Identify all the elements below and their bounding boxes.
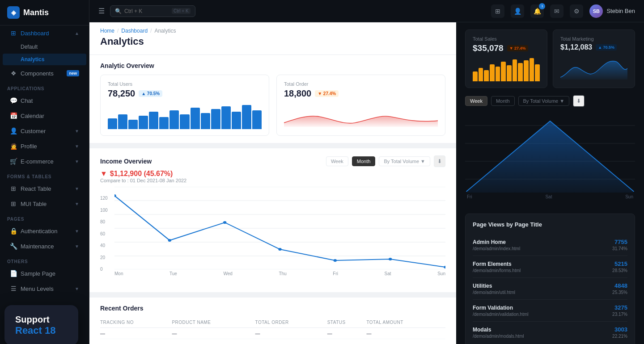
svg-point-13 — [444, 266, 445, 268]
svg-point-12 — [389, 258, 392, 260]
sidebar-item-react-table[interactable]: ⊞ React Table ▼ — [3, 181, 86, 196]
y-axis: 120 100 80 60 40 20 0 — [100, 196, 113, 272]
volume-selector[interactable]: By Total Volume ▼ — [379, 156, 430, 166]
pv-item-3: Utilities 4848 /demo/admin/util.html 25.… — [473, 278, 627, 300]
sidebar-label-maintenance: Maintenance — [21, 243, 54, 250]
pv-count-5: 3003 — [614, 326, 627, 333]
line-chart-svg — [114, 187, 445, 269]
bar — [149, 112, 158, 129]
sidebar-item-authentication[interactable]: 🔒 Authentication ▼ — [3, 224, 86, 238]
user-avatar-pill[interactable]: SB Stebin Ben — [589, 4, 635, 18]
pv-pct-2: 28.53% — [612, 268, 627, 273]
bar — [108, 118, 117, 129]
notification-badge: 1 — [539, 3, 545, 9]
sidebar-item-sample[interactable]: 📄 Sample Page — [3, 266, 86, 281]
breadcrumb-home[interactable]: Home — [100, 28, 114, 34]
pv-url-5: /demo/admin/modals.html — [473, 334, 524, 339]
breadcrumb-dashboard[interactable]: Dashboard — [121, 28, 148, 34]
line-chart-wrapper: 120 100 80 60 40 20 0 — [100, 187, 445, 285]
sidebar-item-ecommerce[interactable]: 🛒 E-commerce ▼ — [3, 154, 86, 168]
chevron-icon: ▼ — [75, 186, 79, 191]
bar — [139, 116, 148, 129]
sidebar-item-components[interactable]: ❖ Components new — [3, 66, 86, 80]
stat-label-orders: Total Order — [284, 81, 438, 87]
sidebar-item-customer[interactable]: 👤 Customer ▼ — [3, 124, 86, 138]
settings-icon-btn[interactable]: ⚙ — [570, 4, 583, 18]
sidebar-label-sample: Sample Page — [21, 270, 55, 277]
sidebar-item-menu-levels[interactable]: ☰ Menu Levels ▼ — [3, 281, 86, 296]
bar — [118, 114, 127, 129]
sidebar-item-mui-table[interactable]: ⊞ MUI Table ▼ — [3, 197, 86, 211]
pv-title: Page Views by Page Title — [473, 221, 627, 228]
breadcrumb-sep2: / — [150, 28, 152, 34]
sidebar-item-analytics[interactable]: Analytics — [3, 54, 86, 65]
stat-badge-orders: ▼ 27.4% — [315, 90, 339, 97]
support-toast[interactable]: Support React 18 — [4, 305, 78, 344]
tab-week[interactable]: Week — [326, 156, 348, 166]
col-amount: TOTAL AMOUNT — [366, 317, 445, 328]
chevron-icon: ▼ — [75, 129, 79, 134]
search-input[interactable] — [124, 8, 169, 14]
sidebar-label-auth: Authentication — [21, 228, 57, 235]
hamburger-icon[interactable]: ☰ — [98, 7, 105, 15]
search-icon: 🔍 — [115, 8, 122, 14]
user-name: Stebin Ben — [606, 8, 635, 14]
orders-title: Recent Orders — [100, 305, 445, 312]
download-button[interactable]: ⬇ — [434, 155, 445, 167]
bar — [535, 64, 540, 82]
income-value: $1,12,900 (45.67%) — [110, 170, 173, 178]
sidebar-item-chat[interactable]: 💬 Chat — [3, 93, 86, 108]
svg-point-8 — [168, 239, 171, 242]
bar — [513, 59, 517, 82]
dark-tab-month[interactable]: Month — [491, 96, 515, 106]
sidebar-item-calendar[interactable]: 📅 Calendar — [3, 109, 86, 123]
header-left: ☰ 🔍 Ctrl + K — [98, 5, 195, 17]
user-icon-btn[interactable]: 👤 — [511, 4, 524, 18]
chevron-icon: ▼ — [75, 201, 79, 206]
dark-volume-selector[interactable]: By Total Volume ▼ — [518, 96, 570, 106]
svg-point-9 — [223, 221, 226, 224]
mail-icon-btn[interactable]: ✉ — [550, 4, 564, 18]
chart-plot-area — [114, 187, 445, 269]
chevron-icon: ▼ — [75, 286, 79, 291]
income-arrow: ▼ — [100, 170, 107, 178]
svg-point-10 — [278, 248, 281, 251]
content-area: Home / Dashboard / Analytics Analytics A… — [89, 22, 644, 344]
sidebar-item-default[interactable]: Default — [3, 41, 86, 53]
dark-download-button[interactable]: ⬇ — [573, 95, 585, 107]
bar — [490, 64, 495, 82]
bar — [473, 71, 478, 81]
sidebar-item-maintenance[interactable]: 🔧 Maintenance ▼ — [3, 239, 86, 253]
pv-url-2: /demo/admin/forms.html — [473, 268, 521, 273]
col-total-order: TOTAL ORDER — [255, 317, 327, 328]
area-chart-orders — [284, 102, 438, 127]
income-title: Income Overview — [100, 158, 152, 165]
menu-levels-icon: ☰ — [10, 285, 17, 292]
sidebar-item-dashboard[interactable]: ⊞ Dashboard ▲ — [3, 26, 86, 40]
bar — [159, 117, 169, 129]
pv-count-2: 5215 — [614, 260, 627, 267]
stat-card-orders: Total Order 18,800 ▼ 27.4% — [276, 75, 445, 136]
bar — [530, 58, 534, 81]
notification-icon-btn[interactable]: 🔔 1 — [530, 4, 544, 18]
chevron-icon: ▲ — [75, 31, 79, 36]
bar — [518, 63, 523, 81]
pv-pct-4: 23.17% — [612, 312, 627, 317]
grid-icon-btn[interactable]: ⊞ — [491, 4, 504, 18]
sidebar-label-profile: Profile — [21, 143, 37, 150]
section-applications: Applications — [0, 81, 89, 93]
dark-value-marketing: $1,12,083 ▲ 70.5% — [560, 43, 627, 51]
page-title: Analytics — [100, 36, 445, 47]
sidebar-label-react-table: React Table — [21, 185, 51, 192]
tab-month[interactable]: Month — [352, 156, 376, 166]
mini-chart-users — [108, 102, 262, 129]
sidebar-item-profile[interactable]: 🙍 Profile ▼ — [3, 139, 86, 153]
dark-x-axis: Fri Sat Sun — [465, 194, 635, 199]
search-box[interactable]: 🔍 Ctrl + K — [110, 5, 195, 17]
content-wrapper: Home / Dashboard / Analytics Analytics A… — [89, 22, 644, 344]
react-table-icon: ⊞ — [10, 185, 17, 192]
dark-tab-week[interactable]: Week — [465, 96, 487, 106]
cards-row: Total Users 78,250 ▲ 70.5% — [89, 75, 456, 143]
avatar: SB — [589, 4, 603, 18]
bar — [201, 113, 210, 129]
